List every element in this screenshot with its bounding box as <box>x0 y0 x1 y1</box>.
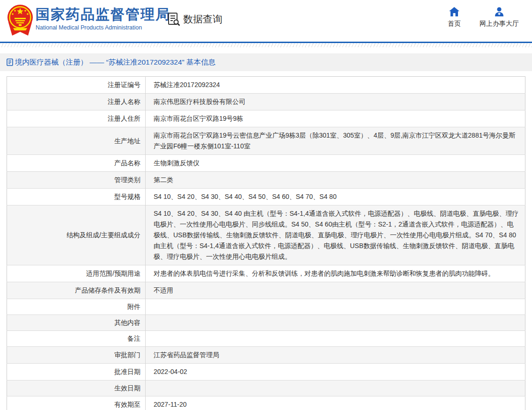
top-nav: 首页 网上办事大厅 <box>448 7 519 28</box>
data-query-label: 数据查询 <box>183 13 222 26</box>
table-row: 附件 <box>7 299 525 315</box>
table-row: 适用范围/预期用途对患者的体表肌电信号进行采集、分析和反馈训练，对患者的肌肉施加… <box>7 265 525 282</box>
row-label: 附件 <box>7 299 146 315</box>
nav-home[interactable]: 首页 <box>448 7 461 28</box>
row-value: 南京市雨花台区宁双路19号9栋 <box>146 110 525 127</box>
row-label: 管理类别 <box>7 172 146 189</box>
row-value: 南京伟思医疗科技股份有限公司 <box>146 94 525 110</box>
info-table-body: 注册证编号苏械注准20172092324注册人名称南京伟思医疗科技股份有限公司注… <box>7 77 525 410</box>
table-row: 产品储存条件及有效期不适用 <box>7 282 525 299</box>
row-value: 对患者的体表肌电信号进行采集、分析和反馈训练，对患者的肌肉施加电刺激来帮助诊断和… <box>146 265 525 282</box>
row-label: 结构及组成/主要组成成分 <box>7 205 146 265</box>
row-label: 产品名称 <box>7 155 146 172</box>
page-header: 国家药品监督管理局 National Medical Products Admi… <box>0 0 532 42</box>
document-search-icon <box>168 12 180 26</box>
row-label: 适用范围/预期用途 <box>7 265 146 282</box>
page-title: 境内医疗器械（注册） —— “苏械注准20172092324” 基本信息 <box>15 58 215 67</box>
row-label: 产品储存条件及有效期 <box>7 282 146 299</box>
row-value <box>146 331 525 347</box>
table-row: 有效期至2027-11-20 <box>7 396 525 410</box>
table-row: 注册人名称南京伟思医疗科技股份有限公司 <box>7 94 525 110</box>
table-row: 注册证编号苏械注准20172092324 <box>7 77 525 94</box>
row-value: S4 10、S4 20、S4 30、S4 40 由主机（型号：S4-1,4通道含… <box>146 205 525 265</box>
row-value: 南京市雨花台区宁双路19号云密信息产业广场9栋3层（除301室、305室）、4层… <box>146 127 525 155</box>
row-label: 审批部门 <box>7 347 146 364</box>
page-doc-icon <box>7 59 13 66</box>
table-row: 产品名称生物刺激反馈仪 <box>7 155 525 172</box>
table-row: 注册人住所南京市雨花台区宁双路19号9栋 <box>7 110 525 127</box>
row-value: 苏械注准20172092324 <box>146 77 525 94</box>
row-label: 注册人名称 <box>7 94 146 110</box>
row-label: 批准日期 <box>7 364 146 381</box>
table-row: 批准日期2022-04-02 <box>7 364 525 381</box>
data-query-section[interactable]: 数据查询 <box>168 12 222 26</box>
row-value: S4 10、S4 20、S4 30、S4 40、S4 50、S4 60、S4 7… <box>146 189 525 205</box>
nav-service-hall[interactable]: 网上办事大厅 <box>480 7 519 28</box>
table-row: 型号规格S4 10、S4 20、S4 30、S4 40、S4 50、S4 60、… <box>7 189 525 205</box>
row-label: 生产地址 <box>7 127 146 155</box>
row-value: 不适用 <box>146 282 525 299</box>
row-value: 2027-11-20 <box>146 396 525 410</box>
table-row: 审批部门江苏省药品监督管理局 <box>7 347 525 364</box>
table-row: 结构及组成/主要组成成分S4 10、S4 20、S4 30、S4 40 由主机（… <box>7 205 525 265</box>
home-icon <box>449 7 459 16</box>
row-value <box>146 315 525 331</box>
row-label: 其他内容 <box>7 315 146 331</box>
row-label: 注册证编号 <box>7 77 146 94</box>
row-label: 型号规格 <box>7 189 146 205</box>
site-title: 国家药品监督管理局 <box>36 6 170 23</box>
row-value: 江苏省药品监督管理局 <box>146 347 525 364</box>
site-subtitle: National Medical Products Administration <box>36 24 170 31</box>
row-value: 第二类 <box>146 172 525 189</box>
brand-block: 国家药品监督管理局 National Medical Products Admi… <box>36 6 170 31</box>
breadcrumb: 境内医疗器械（注册） —— “苏械注准20172092324” 基本信息 <box>0 53 532 71</box>
row-value <box>146 381 525 396</box>
row-label: 备注 <box>7 331 146 347</box>
row-value: 生物刺激反馈仪 <box>146 155 525 172</box>
table-row: 生产地址南京市雨花台区宁双路19号云密信息产业广场9栋3层（除301室、305室… <box>7 127 525 155</box>
national-emblem-logo <box>7 4 34 37</box>
table-row: 管理类别第二类 <box>7 172 525 189</box>
hatch-stripe <box>0 43 532 47</box>
row-label: 生效日期 <box>7 381 146 396</box>
row-label: 有效期至 <box>7 396 146 410</box>
info-table: 注册证编号苏械注准20172092324注册人名称南京伟思医疗科技股份有限公司注… <box>7 76 525 410</box>
nav-home-label: 首页 <box>448 20 461 28</box>
row-label: 注册人住所 <box>7 110 146 127</box>
table-row: 生效日期 <box>7 381 525 396</box>
nav-service-hall-label: 网上办事大厅 <box>480 20 519 28</box>
table-row: 其他内容 <box>7 315 525 331</box>
user-icon <box>494 7 504 16</box>
row-value <box>146 299 525 315</box>
row-value: 2022-04-02 <box>146 364 525 381</box>
table-row: 备注 <box>7 331 525 347</box>
